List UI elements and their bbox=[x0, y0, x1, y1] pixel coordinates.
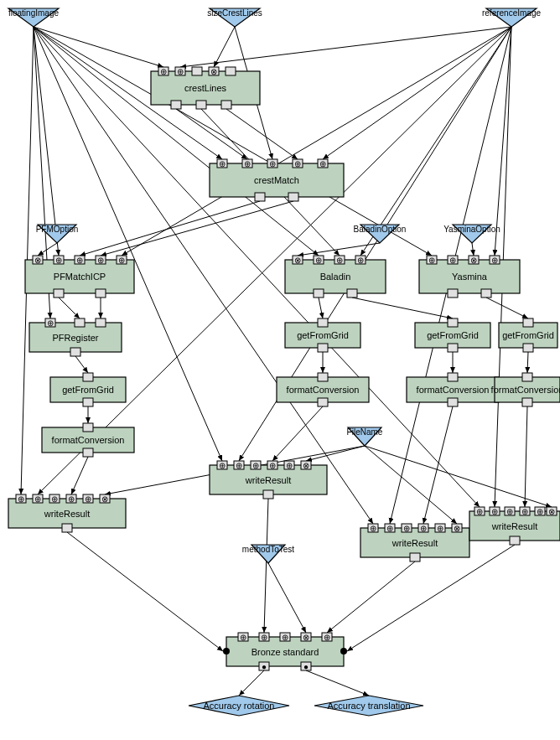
process-label: Yasmina bbox=[452, 272, 488, 282]
port bbox=[196, 101, 206, 109]
port bbox=[318, 344, 328, 352]
process-crestMatch: crestMatch⊕⊕⊕⊕⊕ bbox=[210, 159, 344, 202]
input-label: FileName bbox=[347, 427, 383, 437]
process-label: formatConversion bbox=[491, 385, 560, 395]
port-glyph: ⊕ bbox=[51, 494, 58, 504]
port bbox=[448, 398, 458, 406]
output-label: Accuracy rotation bbox=[204, 701, 275, 711]
process-label: writeResult bbox=[391, 538, 438, 548]
edge bbox=[180, 27, 511, 67]
port bbox=[70, 348, 80, 356]
input-label: sizeCrestLines bbox=[207, 8, 262, 18]
edge bbox=[34, 27, 319, 256]
input-referenceImage: referenceImage bbox=[482, 8, 541, 27]
input-YasminaOption: YasminaOption bbox=[443, 225, 500, 243]
port-glyph: ⊕ bbox=[449, 256, 456, 265]
edge bbox=[122, 27, 511, 256]
edge bbox=[486, 298, 528, 318]
port-glyph: ⊕ bbox=[219, 159, 226, 168]
port-glyph: ⊕ bbox=[97, 256, 104, 265]
edge bbox=[352, 298, 453, 318]
port-glyph: ⊕ bbox=[68, 494, 75, 504]
input-BaladinOption: BaladinOption bbox=[354, 225, 407, 243]
edge bbox=[272, 406, 323, 461]
edge bbox=[239, 670, 264, 696]
port bbox=[171, 101, 181, 109]
port bbox=[314, 289, 324, 298]
port bbox=[83, 373, 93, 381]
port-glyph: ⊕ bbox=[315, 256, 322, 265]
process-label: formatConversion bbox=[417, 385, 490, 395]
edge bbox=[75, 356, 88, 373]
port bbox=[96, 289, 106, 298]
port bbox=[448, 344, 458, 352]
process-label: PFRegister bbox=[52, 333, 98, 343]
port-glyph: ⊕ bbox=[269, 461, 276, 470]
port bbox=[255, 193, 265, 201]
process-getFromGrid1: getFromGrid bbox=[50, 373, 126, 406]
port bbox=[410, 553, 420, 561]
edge bbox=[268, 563, 306, 633]
process-writeResult2: writeResult⊕⊕⊕⊕⊕⊗ bbox=[210, 461, 327, 499]
port bbox=[62, 524, 72, 532]
port bbox=[510, 536, 520, 545]
port-glyph: ⊕ bbox=[76, 256, 83, 265]
port-glyph: ⊗ bbox=[210, 67, 217, 76]
edge bbox=[347, 545, 515, 651]
process-label: getFromGrid bbox=[62, 385, 114, 395]
port bbox=[221, 101, 231, 109]
port bbox=[83, 398, 93, 406]
port-glyph: ⊗ bbox=[548, 507, 555, 516]
edge bbox=[525, 406, 527, 507]
port-glyph: ⊕ bbox=[55, 256, 62, 265]
edge bbox=[264, 499, 268, 633]
process-formatConv3: formatConversion bbox=[407, 373, 499, 406]
process-formatConv4: formatConversion bbox=[491, 373, 560, 406]
port-glyph: ● bbox=[262, 662, 267, 671]
port bbox=[83, 448, 93, 457]
process-Baladin: Baladin⊗⊕⊕⊕ bbox=[285, 256, 386, 298]
workflow-diagram: floatingImagesizeCrestLinesreferenceImag… bbox=[0, 0, 560, 740]
output-label: Accuracy translation bbox=[327, 701, 410, 711]
process-bronzeStd: Bronze standard⊕⊕⊕⊗⊕●● bbox=[223, 633, 347, 671]
port-glyph: ⊕ bbox=[521, 507, 528, 516]
port-glyph: ⊕ bbox=[252, 461, 259, 470]
process-label: formatConversion bbox=[52, 435, 125, 445]
edge bbox=[365, 446, 552, 507]
process-Yasmina: Yasmina⊕⊕⊗⊕ bbox=[419, 256, 520, 298]
port-glyph: ⊕ bbox=[506, 507, 513, 516]
port-glyph: ⊗ bbox=[470, 256, 477, 265]
edge bbox=[423, 406, 453, 524]
port bbox=[288, 193, 298, 201]
input-FileName: FileName bbox=[347, 427, 383, 446]
process-crestLines: crestLines⊕⊕⊗ bbox=[151, 67, 260, 110]
edge bbox=[80, 201, 260, 256]
process-PFRegister: PFRegister⊕ bbox=[29, 318, 122, 357]
port-glyph: ⊕ bbox=[269, 159, 276, 168]
process-writeResult3: writeResult⊕⊕⊕⊕⊕⊗ bbox=[360, 524, 469, 562]
input-label: BaladinOption bbox=[354, 225, 407, 234]
output-accuracyTranslation: Accuracy translation bbox=[314, 696, 423, 716]
process-label: getFromGrid bbox=[427, 330, 479, 340]
edge bbox=[59, 298, 80, 318]
port bbox=[448, 318, 458, 327]
port-glyph: ⊗ bbox=[101, 494, 108, 504]
port-glyph: ⊕ bbox=[357, 256, 364, 265]
process-label: writeResult bbox=[245, 475, 291, 485]
side-port bbox=[223, 648, 230, 655]
edge bbox=[67, 532, 223, 651]
edge bbox=[38, 243, 57, 256]
port-glyph: ⊕ bbox=[420, 524, 427, 533]
port-glyph: ⊕ bbox=[85, 494, 91, 504]
port-glyph: ⊕ bbox=[428, 256, 435, 265]
port-glyph: ⊕ bbox=[219, 461, 226, 470]
edge bbox=[34, 27, 432, 256]
process-label: getFromGrid bbox=[297, 330, 349, 340]
edge bbox=[472, 243, 474, 256]
port-glyph: ⊕ bbox=[261, 633, 267, 642]
edge bbox=[319, 298, 323, 318]
process-getFromGrid3: getFromGrid bbox=[415, 318, 490, 352]
port bbox=[523, 318, 533, 327]
port-glyph: ⊕ bbox=[403, 524, 410, 533]
port bbox=[226, 67, 236, 75]
